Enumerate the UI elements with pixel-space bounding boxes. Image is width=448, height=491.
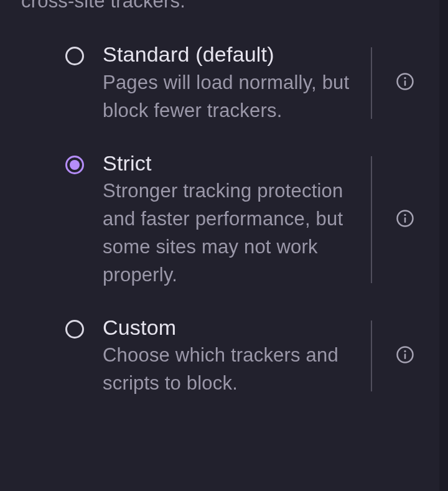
svg-point-1 <box>404 77 406 79</box>
svg-rect-2 <box>404 81 406 87</box>
info-icon <box>396 209 414 230</box>
radio-circle-selected-icon <box>65 156 84 174</box>
info-button-standard[interactable] <box>391 69 419 96</box>
svg-point-4 <box>404 214 406 216</box>
intro-text: cross-site trackers. <box>0 0 439 14</box>
option-title-custom: Custom <box>103 314 358 341</box>
option-row-custom: Custom Choose which trackers and scripts… <box>0 302 439 410</box>
radio-indicator-col <box>0 41 103 65</box>
radio-circle-icon <box>65 320 84 339</box>
info-button-custom[interactable] <box>391 342 419 370</box>
vertical-divider <box>371 320 372 391</box>
option-row-standard: Standard (default) Pages will load norma… <box>0 29 439 137</box>
radio-circle-icon <box>65 47 84 65</box>
radio-standard[interactable]: Standard (default) Pages will load norma… <box>0 29 371 137</box>
option-description-custom: Choose which trackers and scripts to blo… <box>103 342 358 398</box>
vertical-divider <box>371 156 372 283</box>
radio-indicator-col <box>0 314 103 339</box>
option-title-standard: Standard (default) <box>103 41 358 68</box>
svg-point-7 <box>404 350 406 352</box>
svg-rect-8 <box>404 353 406 359</box>
option-text: Standard (default) Pages will load norma… <box>103 41 371 124</box>
info-col <box>371 138 439 302</box>
option-description-standard: Pages will load normally, but block fewe… <box>103 69 358 125</box>
option-row-strict: Strict Stronger tracking protection and … <box>0 138 439 302</box>
option-text: Custom Choose which trackers and scripts… <box>103 314 371 398</box>
option-description-strict: Stronger tracking protection and faster … <box>103 177 358 289</box>
info-icon <box>396 345 414 367</box>
info-col <box>371 29 439 137</box>
radio-indicator-col <box>0 150 103 174</box>
svg-rect-5 <box>404 217 406 223</box>
option-title-strict: Strict <box>103 150 358 177</box>
radio-dot-icon <box>70 160 80 170</box>
scrollbar[interactable] <box>439 0 448 491</box>
tracking-protection-options: Standard (default) Pages will load norma… <box>0 29 439 410</box>
option-text: Strict Stronger tracking protection and … <box>103 150 371 289</box>
info-button-strict[interactable] <box>391 206 419 233</box>
info-col <box>371 302 439 410</box>
vertical-divider <box>371 47 372 118</box>
radio-strict[interactable]: Strict Stronger tracking protection and … <box>0 138 371 302</box>
info-icon <box>396 72 414 93</box>
radio-custom[interactable]: Custom Choose which trackers and scripts… <box>0 302 371 410</box>
